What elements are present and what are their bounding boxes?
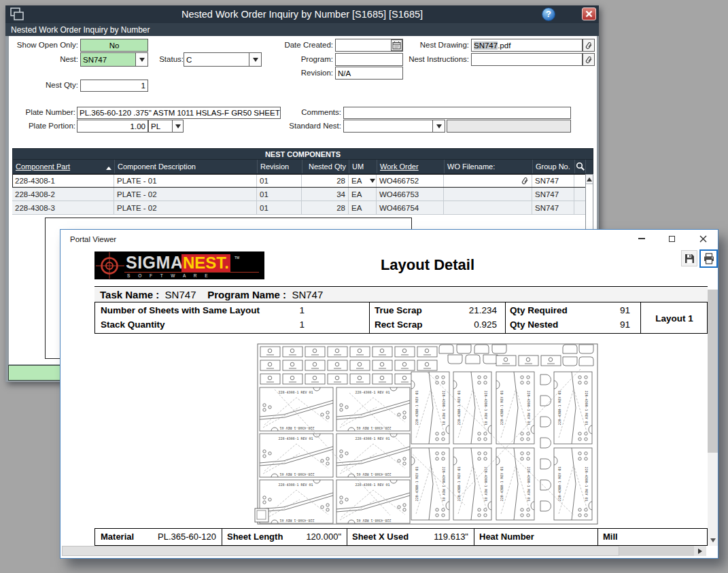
show-open-only-label: Show Open Only: xyxy=(17,41,78,49)
row-paperclip-icon[interactable] xyxy=(444,174,532,188)
nest-combo[interactable]: SN747 xyxy=(80,52,148,67)
plate-portion-unit: PL xyxy=(149,120,172,132)
nest-dropdown-icon[interactable] xyxy=(135,53,148,66)
svg-text:228-4308-1 REV 01: 228-4308-1 REV 01 xyxy=(457,390,461,425)
status-combo[interactable]: C xyxy=(184,52,262,67)
scroll-down-icon[interactable] xyxy=(708,535,718,546)
qty-nested-value: 91 xyxy=(571,319,630,330)
rect-scrap-value: 0.925 xyxy=(421,319,497,330)
table-row[interactable]: 228-4308-1 PLATE - 01 01 28 EA WO466752 … xyxy=(12,174,593,188)
report-title: Layout Detail xyxy=(292,256,564,274)
rect-scrap-label: Rect Scrap xyxy=(375,319,423,330)
program-name-value: SN747 xyxy=(292,289,323,300)
qty-required-label: Qty Required xyxy=(510,305,568,315)
table-row[interactable]: 228-4308-2 PLATE - 02 01 34 EA WO466753 … xyxy=(12,188,593,201)
scroll-right-icon[interactable] xyxy=(694,546,706,556)
svg-text:228-4308-1 REV 01: 228-4308-1 REV 01 xyxy=(278,483,313,487)
main-title-bar: Nested Work Order Inquiry by Number [S16… xyxy=(5,5,599,23)
sheets-label: Number of Sheets with Same Layout xyxy=(101,305,260,315)
svg-text:228-4308-1 REV 01: 228-4308-1 REV 01 xyxy=(527,466,531,501)
table-scrollbar[interactable] xyxy=(585,174,593,230)
window-title: Nested Work Order Inquiry by Number [S16… xyxy=(5,9,599,20)
nest-drawing-paperclip-icon[interactable] xyxy=(583,39,595,52)
print-icon[interactable] xyxy=(699,249,718,268)
svg-text:228-4308-1 REV 01: 228-4308-1 REV 01 xyxy=(484,466,488,501)
plate-portion-field[interactable]: 1.00 xyxy=(77,120,148,133)
help-icon[interactable]: ? xyxy=(542,7,555,21)
task-header-row: Task Name : SN747 Program Name : SN747 xyxy=(94,286,708,302)
comments-field[interactable] xyxy=(343,107,571,119)
mill-label: Mill xyxy=(603,532,618,542)
task-name-value: SN747 xyxy=(165,289,196,300)
portal-title: Portal Viewer xyxy=(70,235,116,243)
col-revision[interactable]: Revision xyxy=(258,160,302,173)
scroll-up-icon[interactable] xyxy=(586,175,593,184)
svg-text:228-4308-1 REV 01: 228-4308-1 REV 01 xyxy=(279,426,314,430)
sheet-x-used-value: 119.613" xyxy=(417,532,468,542)
standard-nest-readonly-field xyxy=(447,120,571,133)
col-component-part[interactable]: Component Part xyxy=(13,160,115,173)
nest-drawing-selected-text: SN747 xyxy=(474,41,498,50)
close-icon[interactable] xyxy=(582,7,596,20)
vertical-scroll-thumb[interactable] xyxy=(708,290,718,453)
horizontal-scroll-thumb[interactable] xyxy=(62,546,619,556)
sort-ascending-icon xyxy=(106,164,111,170)
svg-text:228-4308-1 REV 01: 228-4308-1 REV 01 xyxy=(442,466,446,501)
table-row[interactable]: 228-4308-3 PLATE - 02 01 28 EA WO466754 … xyxy=(12,201,593,215)
nest-drawing-field[interactable]: SN747.pdf xyxy=(471,39,583,52)
logo-text-sigma: SIGMA xyxy=(126,253,183,273)
svg-text:228-4308-1 REV 01: 228-4308-1 REV 01 xyxy=(355,390,389,394)
plate-portion-unit-combo[interactable]: PL xyxy=(148,120,184,133)
show-open-only-field[interactable]: No xyxy=(80,39,148,52)
nest-qty-field[interactable]: 1 xyxy=(80,80,148,92)
material-label: Material xyxy=(101,532,134,542)
portal-title-bar: Portal Viewer xyxy=(60,230,718,248)
standard-nest-dropdown-icon[interactable] xyxy=(432,120,445,132)
minimize-icon[interactable] xyxy=(630,230,653,247)
col-um[interactable]: UM xyxy=(349,160,377,173)
plate-portion-dropdown-icon[interactable] xyxy=(172,120,183,132)
stack-value: 1 xyxy=(265,319,305,330)
col-group-no[interactable]: Group No. xyxy=(533,160,575,173)
sigmanest-logo: SIGMA NEST. TM S O F T W A R E xyxy=(94,251,264,279)
calendar-icon[interactable] xyxy=(391,39,402,51)
nest-instructions-paperclip-icon[interactable] xyxy=(583,53,595,66)
col-component-description[interactable]: Component Description xyxy=(115,160,258,173)
col-nested-qty[interactable]: Nested Qty xyxy=(302,160,349,173)
sheet-length-value: 120.000" xyxy=(290,532,341,542)
status-value: C xyxy=(184,53,249,66)
logo-software-text: S O F T W A R E xyxy=(127,273,211,278)
svg-text:228-4308-1 REV 01: 228-4308-1 REV 01 xyxy=(557,466,561,501)
form-caption-bar: Nested Work Order Inquiry by Number xyxy=(5,23,599,36)
search-icon[interactable] xyxy=(575,160,586,173)
nest-label: Nest: xyxy=(60,55,78,63)
svg-text:228-4308-1 REV 01: 228-4308-1 REV 01 xyxy=(415,466,419,501)
stack-label: Stack Quantity xyxy=(101,319,165,330)
sheet-x-used-label: Sheet X Used xyxy=(352,532,409,542)
um-dropdown-icon[interactable] xyxy=(370,179,375,186)
maximize-icon[interactable] xyxy=(660,230,683,247)
svg-text:228-4308-1 REV 01: 228-4308-1 REV 01 xyxy=(355,483,389,487)
nest-drawing-rest-text: .pdf xyxy=(498,41,510,50)
close-window-icon[interactable] xyxy=(691,230,714,247)
nest-drawing-label: Nest Drawing: xyxy=(420,41,469,49)
plate-number-field[interactable]: PL.365-60-120 .375" ASTM 1011 HSLAS-F GR… xyxy=(77,107,281,119)
standard-nest-combo[interactable] xyxy=(343,120,445,133)
col-wo-filename[interactable]: WO Filename: xyxy=(445,160,533,173)
svg-text:228-4308-1 REV 01: 228-4308-1 REV 01 xyxy=(527,390,531,425)
save-icon[interactable] xyxy=(681,250,697,266)
table-title: NEST COMPONENTS xyxy=(12,148,593,160)
nest-instructions-field[interactable] xyxy=(471,53,583,66)
standard-nest-label: Standard Nest: xyxy=(289,122,341,130)
svg-text:228-4308-1 REV 01: 228-4308-1 REV 01 xyxy=(500,466,504,501)
status-dropdown-icon[interactable] xyxy=(249,53,261,66)
horizontal-scrollbar[interactable] xyxy=(62,546,706,556)
nest-instructions-label: Nest Instructions: xyxy=(409,55,469,63)
col-work-order[interactable]: Work Order xyxy=(377,160,445,173)
nest-qty-label: Nest Qty: xyxy=(46,81,78,89)
revision-field[interactable]: N/A xyxy=(335,67,403,80)
vertical-scrollbar[interactable] xyxy=(708,290,718,546)
program-field[interactable] xyxy=(335,53,403,66)
material-value: PL.365-60-120 xyxy=(143,532,216,542)
standard-nest-value xyxy=(344,120,432,132)
